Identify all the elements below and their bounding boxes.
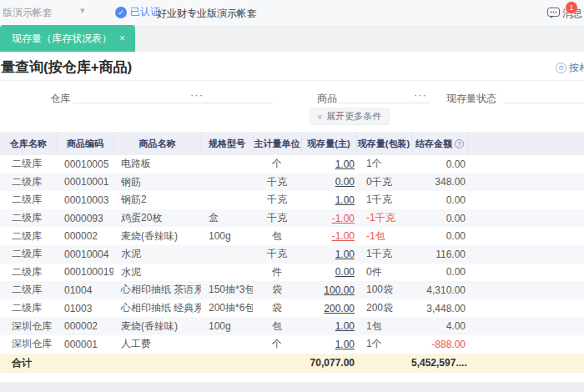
tab-current-stock[interactable]: 现存量（库存状况表） × [0, 25, 135, 52]
cell-qty-main: -1.00 [301, 227, 356, 245]
cell-spec [201, 264, 253, 282]
header-action-button[interactable]: ⚙ 按相 [556, 61, 584, 75]
cell-warehouse: 深圳仓库 [0, 335, 57, 354]
column-header[interactable]: 现存量(主) [301, 132, 356, 155]
cell-warehouse: 二级库 [0, 173, 57, 192]
stock-status-input[interactable] [505, 85, 584, 103]
column-header[interactable]: 现存量(包装) [356, 132, 411, 155]
cell-name: 鸡蛋20枚 [113, 209, 201, 228]
cell-empty [468, 245, 584, 264]
cell-empty [468, 335, 584, 354]
warehouse-input[interactable] [73, 85, 273, 103]
qty-main-link[interactable]: 100.00 [324, 284, 355, 296]
cell-warehouse: 深圳仓库 [0, 317, 57, 335]
column-header[interactable]: 商品编码 [57, 132, 113, 155]
cell-unit: 千克 [253, 245, 301, 264]
cell-unit: 个 [253, 335, 301, 354]
cell-unit: 包 [253, 317, 301, 335]
cell-qty-main: 100.00 [301, 281, 356, 299]
message-button[interactable]: 消息 1 [547, 7, 582, 21]
cell-unit: 千克 [253, 209, 301, 228]
cell-qty-pkg: 100袋 [356, 281, 411, 299]
cell-name: 水泥 [113, 245, 201, 264]
cell-warehouse: 二级库 [0, 299, 57, 318]
qty-main-link[interactable]: 200.00 [324, 303, 355, 314]
warehouse-picker-icon[interactable]: ··· [190, 88, 204, 101]
qty-main-link[interactable]: -1.00 [332, 230, 355, 242]
qty-main-link[interactable]: -1.00 [332, 213, 355, 224]
close-icon[interactable]: × [119, 33, 125, 44]
footer-total-label: 合计 [0, 354, 301, 373]
column-header[interactable]: 仓库名称 [0, 132, 57, 155]
qty-main-link[interactable]: 1.00 [335, 158, 355, 170]
qty-main-link[interactable]: 1.00 [335, 339, 355, 350]
cell-name: 麦烧(香辣味) [113, 227, 201, 245]
qty-main-link[interactable]: 0.00 [335, 176, 355, 188]
cell-spec: 200抽*6包 [201, 299, 253, 318]
qty-main-link[interactable]: 0.00 [335, 266, 355, 278]
cell-qty-pkg: 1千克 [356, 245, 411, 264]
table-row: 二级库00010003钢筋2千克1.001千克0.00 [0, 191, 584, 209]
cell-name: 人工费 [113, 335, 201, 354]
column-header[interactable]: 结存金额? [411, 132, 468, 155]
cell-empty [468, 317, 584, 335]
qty-main-link[interactable]: 1.00 [335, 194, 355, 206]
cell-qty-pkg: -1包 [356, 227, 411, 245]
cell-qty-pkg: 1千克 [356, 191, 411, 209]
cell-unit: 袋 [253, 299, 301, 318]
cell-name: 电路板 [113, 155, 201, 173]
cell-name: 钢筋2 [113, 191, 201, 209]
cell-code: 000100019 [57, 264, 113, 282]
account-selector[interactable]: 版演示帐套 [3, 6, 53, 20]
cell-qty-main: 1.00 [301, 155, 356, 173]
cell-empty [468, 299, 584, 318]
cell-qty-main: 1.00 [301, 191, 356, 209]
cell-code: 000001 [57, 335, 113, 354]
cell-code: 01004 [57, 281, 113, 299]
cell-unit: 千克 [253, 173, 301, 192]
topbar: 版演示帐套 ▾ ✓ 已认证 好业财专业版演示帐套 消息 1 [0, 0, 584, 25]
cell-spec: 100g [201, 317, 253, 335]
table-row: 二级库00010004水泥千克1.001千克116.00 [0, 245, 584, 264]
column-header[interactable]: 商品名称 [113, 132, 201, 155]
column-header[interactable]: 规格型号 [201, 132, 253, 155]
cell-spec [201, 335, 253, 354]
cell-amount: 348.00 [411, 173, 468, 192]
cell-qty-pkg: 1包 [356, 317, 411, 335]
expand-more-button[interactable]: » 展开更多条件 [310, 108, 390, 125]
cell-warehouse: 二级库 [0, 281, 57, 299]
cell-amount: 0.00 [411, 209, 468, 228]
message-icon [547, 8, 560, 21]
footer-qty-main-total: 70,077.00 [301, 354, 356, 373]
chevron-down-icon[interactable]: ▾ [80, 5, 85, 16]
qty-main-link[interactable]: 1.00 [335, 320, 355, 332]
settings-icon: ⚙ [556, 63, 566, 73]
cell-name: 钢筋 [113, 173, 201, 192]
cell-warehouse: 二级库 [0, 209, 57, 228]
cell-warehouse: 二级库 [0, 155, 57, 173]
column-header-empty [468, 132, 584, 155]
cell-amount: 0.00 [411, 264, 468, 282]
cell-code: 0000093 [57, 209, 113, 228]
table-row: 二级库000100019水泥件0.000件0.00 [0, 264, 584, 282]
verified-badge: ✓ 已认证 [115, 5, 160, 19]
app-window: 版演示帐套 ▾ ✓ 已认证 好业财专业版演示帐套 消息 1 现存量（库存状况表）… [0, 0, 584, 392]
company-name: 好业财专业版演示帐套 [157, 7, 257, 21]
report-page: 量查询(按仓库+商品) ⚙ 按相 仓库 ··· 商品 ··· 现存量状态 » 展… [0, 52, 584, 392]
help-icon[interactable]: ? [455, 139, 464, 148]
product-picker-icon[interactable]: ··· [414, 88, 427, 101]
cell-qty-pkg: 200袋 [356, 299, 411, 318]
warehouse-filter-label: 仓库 [50, 92, 70, 106]
stock-status-filter-label: 现存量状态 [446, 92, 496, 106]
table-row: 深圳仓库000001人工费个1.001个-888.00 [0, 335, 584, 354]
column-header[interactable]: 主计量单位 [253, 132, 301, 155]
cell-empty [468, 264, 584, 282]
cell-code: 000002 [57, 317, 113, 335]
verified-label: 已认证 [130, 5, 160, 19]
cell-code: 00010001 [57, 173, 113, 192]
cell-qty-main: 1.00 [301, 245, 356, 264]
qty-main-link[interactable]: 1.00 [335, 249, 355, 260]
cell-code: 000002 [57, 227, 113, 245]
footer-empty-cell [468, 354, 584, 373]
cell-warehouse: 二级库 [0, 227, 57, 245]
